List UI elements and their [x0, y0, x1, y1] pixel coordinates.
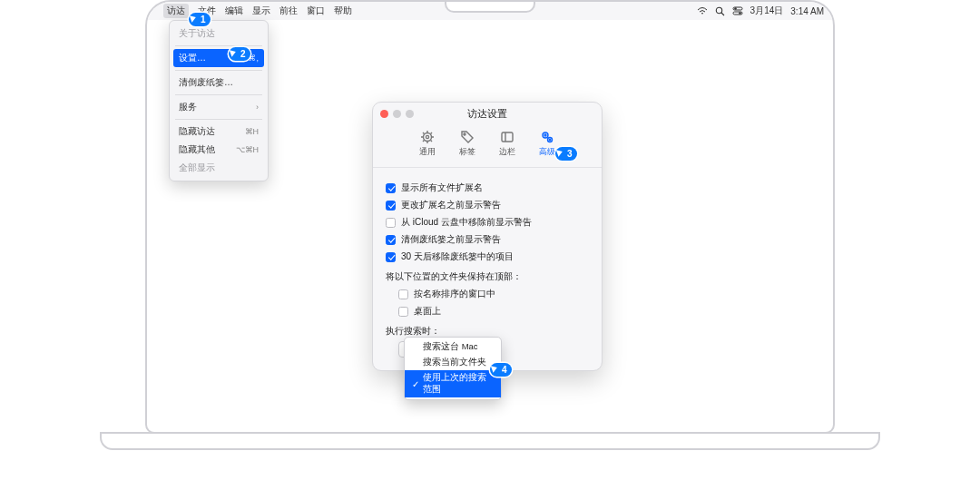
sidebar-icon	[500, 130, 514, 144]
popup-label: 搜索当前文件夹	[423, 357, 486, 368]
tag-icon	[460, 130, 475, 144]
tab-general[interactable]: 通用	[416, 128, 439, 160]
tab-label: 通用	[419, 146, 436, 158]
checkbox-icon[interactable]	[386, 218, 396, 228]
step-badge-3: 3	[555, 147, 577, 161]
svg-point-4	[734, 7, 737, 10]
check-warn-empty-trash[interactable]: 清倒废纸篓之前显示警告	[386, 233, 589, 246]
menubar-item-edit[interactable]: 编辑	[225, 5, 243, 17]
window-title: 访达设置	[467, 108, 507, 121]
check-label: 桌面上	[414, 305, 441, 318]
menu-settings[interactable]: 设置…⌘,	[173, 49, 264, 67]
check-warn-icloud-remove[interactable]: 从 iCloud 云盘中移除前显示警告	[386, 216, 589, 229]
traffic-lights[interactable]	[380, 110, 414, 118]
checkbox-icon[interactable]	[386, 183, 396, 193]
wifi-icon[interactable]	[697, 6, 708, 15]
minimize-button[interactable]	[393, 110, 401, 118]
search-icon[interactable]	[715, 6, 725, 16]
tab-sidebar[interactable]: 边栏	[495, 128, 519, 160]
finder-menu-dropdown: 关于访达 设置…⌘, 清倒废纸篓… 服务› 隐藏访达⌘H 隐藏其他⌥⌘H 全部显…	[169, 20, 269, 181]
check-warn-change-ext[interactable]: 更改扩展名之前显示警告	[386, 199, 589, 211]
check-label: 从 iCloud 云盘中移除前显示警告	[401, 216, 532, 229]
checkbox-icon[interactable]	[398, 289, 408, 299]
popup-search-mac[interactable]: ✓搜索这台 Mac	[405, 339, 501, 355]
menu-show-all[interactable]: 全部显示	[173, 159, 264, 177]
menu-services[interactable]: 服务›	[173, 98, 264, 116]
tab-label: 高级	[539, 146, 555, 158]
zoom-button[interactable]	[406, 110, 414, 118]
svg-point-8	[464, 133, 466, 135]
svg-point-12	[544, 134, 546, 136]
check-label: 显示所有文件扩展名	[401, 181, 483, 194]
menubar-item-view[interactable]: 显示	[252, 5, 270, 17]
close-button[interactable]	[380, 110, 388, 118]
gears-icon	[540, 130, 554, 144]
menubar-item-window[interactable]: 窗口	[307, 5, 325, 17]
step-badge-1: 1	[189, 13, 211, 26]
svg-point-0	[716, 7, 721, 13]
popup-label: 使用上次的搜索范围	[423, 372, 494, 396]
checkbox-icon[interactable]	[386, 235, 396, 245]
svg-point-7	[426, 135, 428, 138]
menubar-item-go[interactable]: 前往	[279, 5, 298, 17]
svg-point-5	[739, 12, 741, 15]
checkbox-icon[interactable]	[398, 307, 408, 317]
check-show-extensions[interactable]: 显示所有文件扩展名	[386, 181, 589, 194]
check-label: 按名称排序的窗口中	[414, 288, 495, 300]
svg-line-1	[721, 13, 724, 15]
laptop-screen: 访达 文件 编辑 显示 前往 窗口 帮助 3月14日 3:14 AM 关于访达 …	[145, 0, 835, 434]
menu-empty-trash[interactable]: 清倒废纸篓…	[173, 74, 264, 92]
svg-point-11	[543, 132, 548, 138]
checkbox-icon[interactable]	[386, 201, 396, 211]
finder-settings-window: 访达设置 通用 标签 边栏 高级 显示所有文件扩展名 更改扩展名之前显示警告	[372, 102, 603, 371]
tab-label: 边栏	[499, 146, 515, 158]
tab-tags[interactable]: 标签	[456, 128, 479, 160]
check-label: 清倒废纸篓之前显示警告	[401, 233, 501, 246]
check-remove-30-days[interactable]: 30 天后移除废纸篓中的项目	[386, 250, 589, 263]
tab-label: 标签	[459, 146, 475, 158]
menubar-item-help[interactable]: 帮助	[334, 5, 352, 17]
svg-rect-9	[502, 132, 513, 142]
check-keep-top-desktop[interactable]: 桌面上	[398, 305, 589, 318]
search-scope-popup: ✓搜索这台 Mac ✓搜索当前文件夹 ✓使用上次的搜索范围	[404, 337, 502, 400]
menubar-item-finder[interactable]: 访达	[163, 4, 189, 18]
check-label: 更改扩展名之前显示警告	[401, 199, 501, 211]
checkbox-icon[interactable]	[386, 252, 396, 262]
check-keep-top-windows[interactable]: 按名称排序的窗口中	[398, 288, 589, 300]
menu-hide-others[interactable]: 隐藏其他⌥⌘H	[173, 141, 264, 159]
popup-search-current-folder[interactable]: ✓搜索当前文件夹	[405, 355, 501, 370]
menu-about-finder[interactable]: 关于访达	[173, 24, 264, 43]
control-center-icon[interactable]	[732, 6, 743, 15]
menubar-time[interactable]: 3:14 AM	[790, 6, 824, 16]
step-badge-4: 4	[490, 363, 512, 377]
check-label: 30 天后移除废纸篓中的项目	[401, 250, 514, 263]
svg-point-13	[548, 138, 553, 142]
search-scope-label: 执行搜索时：	[386, 325, 589, 338]
popup-label: 搜索这台 Mac	[423, 341, 478, 353]
menu-hide-finder[interactable]: 隐藏访达⌘H	[173, 122, 264, 141]
menubar-date[interactable]: 3月14日	[750, 5, 784, 17]
keep-on-top-label: 将以下位置的文件夹保持在顶部：	[386, 270, 589, 283]
svg-point-6	[424, 133, 432, 142]
laptop-base	[100, 432, 880, 450]
gear-icon	[420, 130, 435, 144]
step-badge-2: 2	[229, 47, 250, 61]
popup-use-last-scope[interactable]: ✓使用上次的搜索范围	[405, 370, 501, 397]
titlebar[interactable]: 访达设置	[373, 103, 602, 126]
notch	[445, 2, 535, 13]
svg-point-14	[549, 139, 551, 141]
